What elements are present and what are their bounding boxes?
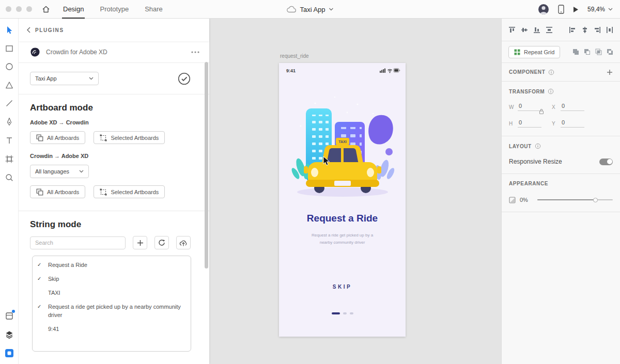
- string-text: 9:41: [48, 325, 185, 334]
- align-middle-icon[interactable]: [521, 26, 528, 34]
- info-icon[interactable]: [548, 69, 554, 75]
- height-field[interactable]: [518, 119, 541, 128]
- connected-status-icon[interactable]: [178, 72, 191, 85]
- intersect-icon[interactable]: [595, 49, 602, 55]
- play-preview-icon[interactable]: [573, 6, 579, 13]
- status-time: 9:41: [286, 68, 296, 73]
- align-left-icon[interactable]: [569, 26, 576, 34]
- taxi-illustration: TAXI: [285, 85, 399, 209]
- topbar-actions: 59,4%: [538, 0, 613, 19]
- exclude-icon[interactable]: [607, 49, 613, 55]
- home-icon: [42, 5, 50, 13]
- responsive-resize-label: Responsive Resize: [509, 158, 562, 165]
- repeat-grid-button[interactable]: Repeat Grid: [508, 46, 560, 58]
- maximize-window-button[interactable]: [26, 6, 32, 12]
- chevron-down-icon: [79, 170, 84, 173]
- line-tool[interactable]: [5, 99, 14, 108]
- pen-tool[interactable]: [5, 117, 14, 126]
- preview-on-device-icon[interactable]: [558, 5, 564, 14]
- transform-heading: TRANSFORM: [509, 89, 545, 94]
- lock-aspect-icon[interactable]: [539, 108, 544, 115]
- slider-fill: [537, 199, 595, 200]
- selected-artboards-button[interactable]: Selected Artboards: [94, 185, 165, 198]
- home-button[interactable]: [42, 5, 50, 13]
- artboard-request-ride[interactable]: 9:41: [279, 63, 406, 337]
- back-icon[interactable]: [27, 27, 30, 33]
- align-bottom-icon[interactable]: [533, 26, 540, 34]
- languages-select[interactable]: All languages: [30, 165, 89, 178]
- align-right-icon[interactable]: [594, 26, 601, 34]
- document-title: Taxi App: [300, 6, 325, 13]
- zoom-control[interactable]: 59,4%: [587, 6, 613, 13]
- x-field[interactable]: [561, 103, 584, 111]
- width-label: W: [509, 104, 515, 110]
- artboard-tool[interactable]: [5, 154, 14, 164]
- text-tool[interactable]: [5, 136, 14, 145]
- all-artboards-button[interactable]: All Artboards: [30, 131, 85, 144]
- plugins-panel-toggle[interactable]: [5, 311, 14, 321]
- avatar[interactable]: [538, 4, 549, 15]
- info-icon[interactable]: [548, 88, 554, 94]
- button-label: Selected Artboards: [111, 135, 159, 141]
- slider-handle[interactable]: [593, 198, 598, 202]
- project-row: Taxi App: [19, 63, 209, 94]
- plugin-title-row: Crowdin for Adobe XD: [19, 41, 209, 63]
- more-options-icon[interactable]: [191, 51, 200, 53]
- list-item[interactable]: ✓Skip: [33, 272, 191, 286]
- upload-button[interactable]: [176, 236, 191, 249]
- y-label: Y: [552, 121, 557, 126]
- chevron-down-icon: [329, 8, 334, 11]
- add-string-button[interactable]: [133, 236, 147, 249]
- rectangle-tool[interactable]: [5, 44, 14, 53]
- repeat-grid-label: Repeat Grid: [524, 49, 554, 55]
- selected-artboards-button[interactable]: Selected Artboards: [94, 131, 165, 144]
- responsive-resize-toggle[interactable]: [599, 159, 613, 165]
- distribute-vertical-icon[interactable]: [546, 26, 553, 34]
- close-window-button[interactable]: [6, 6, 11, 12]
- plugins-breadcrumb[interactable]: PLUGINS: [35, 27, 64, 33]
- appearance-heading: APPEARANCE: [509, 181, 548, 186]
- list-item[interactable]: 9:41: [33, 322, 191, 336]
- project-select[interactable]: Taxi App: [30, 72, 99, 85]
- tab-design[interactable]: Design: [62, 0, 85, 19]
- list-item[interactable]: TAXI: [33, 286, 191, 300]
- tab-share[interactable]: Share: [144, 0, 164, 19]
- artboard-name[interactable]: request_ride: [280, 53, 309, 59]
- skip-button[interactable]: SKIP: [279, 284, 406, 290]
- polygon-tool[interactable]: [5, 81, 14, 90]
- check-icon: ✓: [37, 261, 48, 270]
- width-field[interactable]: [518, 103, 541, 111]
- artboard-subtitle[interactable]: Request a ride get picked up by a nearby…: [279, 232, 406, 246]
- align-top-icon[interactable]: [508, 26, 516, 34]
- panel-scrollbar[interactable]: [205, 62, 208, 268]
- opacity-slider[interactable]: [537, 196, 613, 203]
- list-item[interactable]: ✓Request a ride get picked up by a nearb…: [33, 300, 191, 322]
- y-field[interactable]: [561, 119, 584, 128]
- union-icon[interactable]: [572, 49, 579, 55]
- selected-artboards-icon: [100, 188, 107, 196]
- crowdin-plugin-shortcut[interactable]: [5, 349, 14, 358]
- search-input[interactable]: [30, 236, 126, 249]
- artboard-mode-heading: Artboard mode: [30, 103, 191, 113]
- canvas[interactable]: request_ride 9:41: [209, 19, 501, 364]
- list-item[interactable]: ✓Request a Ride: [33, 258, 191, 272]
- align-center-icon[interactable]: [581, 26, 588, 34]
- distribute-horizontal-icon[interactable]: [606, 26, 613, 34]
- subtract-icon[interactable]: [584, 49, 591, 55]
- tab-prototype[interactable]: Prototype: [99, 0, 130, 19]
- artboard-title[interactable]: Request a Ride: [279, 213, 406, 224]
- ellipse-tool[interactable]: [5, 62, 14, 71]
- add-component-icon[interactable]: [607, 69, 613, 75]
- zoom-tool[interactable]: [5, 173, 14, 182]
- layers-panel-toggle[interactable]: [5, 330, 14, 339]
- alignment-toolbar: [502, 19, 620, 41]
- document-title-menu[interactable]: Taxi App: [286, 0, 333, 19]
- all-artboards-button[interactable]: All Artboards: [30, 185, 85, 198]
- info-icon[interactable]: [535, 143, 541, 149]
- rectangle-tool-icon: [5, 44, 14, 53]
- minimize-window-button[interactable]: [16, 6, 22, 12]
- refresh-button[interactable]: [154, 236, 169, 249]
- button-label: All Artboards: [47, 135, 79, 141]
- select-tool[interactable]: [5, 26, 14, 35]
- plus-icon: [137, 240, 144, 246]
